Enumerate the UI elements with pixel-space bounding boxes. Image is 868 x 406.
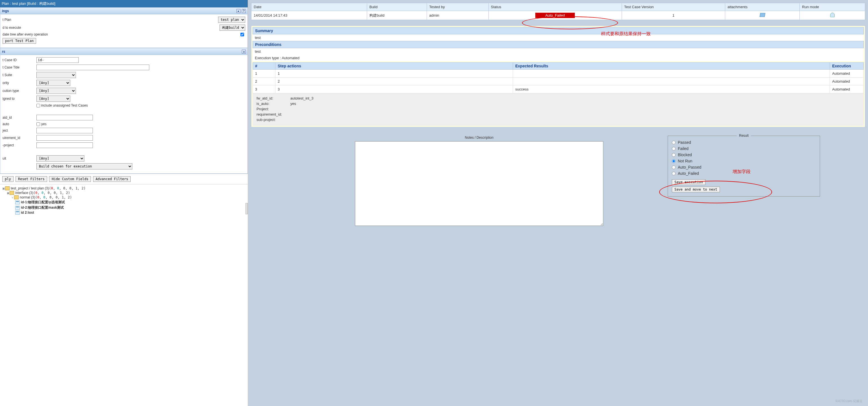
tree-item[interactable]: id-1:物理接口配置ip选项测试 xyxy=(20,200,65,205)
exec-type-line: Execution type : Automated xyxy=(253,55,864,61)
testcase-details: Summary test Preconditions test Executio… xyxy=(251,26,865,127)
result-radio[interactable] xyxy=(672,153,676,157)
build-label: d to execute xyxy=(3,26,36,30)
notes-textarea[interactable] xyxy=(355,141,603,226)
testcase-icon xyxy=(15,206,20,210)
result-radio[interactable] xyxy=(672,147,676,150)
step-row: 22Automated xyxy=(253,77,864,86)
save-execution-button[interactable]: Save execution xyxy=(672,179,706,185)
preconditions-body: test xyxy=(253,48,864,55)
tree-toggle[interactable]: ▣ xyxy=(6,192,9,195)
tc-title-label: t Case Title xyxy=(3,65,36,69)
result-option-label: Passed xyxy=(678,140,691,145)
result-option[interactable]: Blocked xyxy=(672,152,816,158)
test-plan-select[interactable]: test plan xyxy=(218,16,245,23)
tree-item[interactable]: id-2:物理接口配置mask测试 xyxy=(20,205,64,210)
col-runmode: Run mode xyxy=(800,3,865,11)
result-radio[interactable] xyxy=(672,172,676,175)
tree-interface[interactable]: interface (3)(0, 0, 0, 0, 1, 2) xyxy=(15,191,70,195)
tc-id-input[interactable] xyxy=(36,57,79,63)
hide-custom-fields-button[interactable]: Hide Custom Fields xyxy=(49,176,91,182)
assigned-label: igned to xyxy=(3,97,36,101)
req-id-input[interactable] xyxy=(36,135,93,141)
test-tree: ▣test_project / test plan (3)(0, 0, 0, 0… xyxy=(0,184,248,406)
splitter-handle[interactable] xyxy=(246,203,248,214)
tree-root[interactable]: test_project / test plan (3)(0, 0, 0, 0,… xyxy=(10,187,86,190)
tree-normal[interactable]: normal (3)(0, 0, 0, 0, 1, 2) xyxy=(19,195,72,199)
summary-body: test xyxy=(253,34,864,41)
include-unassigned-label: include unassigned Test Cases xyxy=(41,103,88,107)
collapse-icon[interactable]: ▴ xyxy=(242,49,246,54)
result-select[interactable]: [Any] xyxy=(36,155,84,162)
summary-header: Summary xyxy=(253,27,864,34)
result-radio[interactable] xyxy=(672,166,676,169)
folder-icon xyxy=(5,187,9,190)
attachment-icon[interactable] xyxy=(760,13,765,17)
result-option-label: Auto_Failed xyxy=(678,171,699,176)
folder-icon xyxy=(9,191,14,195)
test-plan-label: t Plan xyxy=(3,18,36,22)
project-input[interactable] xyxy=(36,128,93,133)
tree-toggle[interactable]: ▿ xyxy=(11,196,14,199)
assigned-select[interactable]: [Any] xyxy=(36,96,70,102)
col-date: Date xyxy=(251,3,367,11)
filters-header[interactable]: rs ▴ xyxy=(0,48,248,55)
col-expected: Expected Results xyxy=(513,63,830,70)
settings-header[interactable]: ings ▴ ? xyxy=(0,7,248,14)
meta-key: sub-project: xyxy=(256,117,290,122)
advanced-filters-button[interactable]: Advanced Filters xyxy=(93,176,131,182)
col-attachments: attachments xyxy=(725,3,800,11)
tc-title-input[interactable] xyxy=(36,65,149,70)
result-option[interactable]: Passed xyxy=(672,139,816,145)
annotation-text: 增加字段 xyxy=(733,169,751,175)
cell-date: 14/01/2014 14:17:43 xyxy=(251,11,367,20)
result-option-label: Not Run xyxy=(678,159,692,163)
priority-select[interactable]: [Any] xyxy=(36,80,70,86)
col-step-num: # xyxy=(253,63,275,70)
user-icon xyxy=(830,13,835,17)
execution-history-table: Date Build Tested by Status Test Case Ve… xyxy=(251,3,865,20)
tree-toggle[interactable]: ▣ xyxy=(2,187,5,190)
left-panel-title: Plan : test plan [Build : 构建build] xyxy=(0,0,248,7)
annotation-text: 样式要和原结果保持一致 xyxy=(601,31,651,37)
meta-key: Project: xyxy=(256,107,290,111)
table-row[interactable]: 14/01/2014 14:17:43 构建build admin Auto_F… xyxy=(251,11,865,20)
auto-checkbox[interactable] xyxy=(36,122,40,126)
result-option-label: Failed xyxy=(678,146,688,151)
result-label: ult xyxy=(3,157,36,161)
suite-select[interactable] xyxy=(36,72,76,78)
export-test-plan-button[interactable]: port Test Plan xyxy=(3,38,36,44)
result-option[interactable]: Failed xyxy=(672,145,816,152)
subproject-input[interactable] xyxy=(36,142,93,148)
col-build: Build xyxy=(367,3,427,11)
req-id-label: uirement_id xyxy=(3,136,36,140)
build-chosen-select[interactable]: Build chosen for execution xyxy=(36,163,132,169)
update-tree-label: date tree after every operation xyxy=(3,32,48,36)
apply-button[interactable]: ply xyxy=(2,176,13,182)
include-unassigned-checkbox[interactable] xyxy=(36,104,40,107)
save-and-next-button[interactable]: Save and move to next xyxy=(672,187,720,192)
tree-item[interactable]: id 2:tost xyxy=(20,211,34,214)
result-option-label: Auto_Passed xyxy=(678,165,701,169)
result-radio[interactable] xyxy=(672,141,676,144)
col-step-actions: Step actions xyxy=(275,63,513,70)
build-select[interactable]: 构建build xyxy=(220,25,245,31)
collapse-icon[interactable]: ▴ xyxy=(237,9,241,13)
reset-filters-button[interactable]: Reset Filters xyxy=(16,176,47,182)
testcase-icon xyxy=(15,211,20,214)
cell-version: 1 xyxy=(622,11,725,20)
col-version: Test Case Version xyxy=(622,3,725,11)
meta-value: yes xyxy=(290,102,296,106)
cell-build: 构建build xyxy=(367,11,427,20)
atd-id-input[interactable] xyxy=(36,115,93,121)
preconditions-header: Preconditions xyxy=(253,41,864,48)
result-legend: Result xyxy=(737,134,751,138)
subproject-label: -project xyxy=(3,143,36,147)
help-icon[interactable]: ? xyxy=(242,9,246,13)
update-tree-checkbox[interactable] xyxy=(241,33,244,36)
col-status: Status xyxy=(489,3,622,11)
result-radio[interactable] xyxy=(672,159,676,163)
status-badge: Auto_Failed xyxy=(535,13,575,18)
result-option[interactable]: Not Run xyxy=(672,158,816,164)
exectype-select[interactable]: [Any] xyxy=(36,88,76,94)
